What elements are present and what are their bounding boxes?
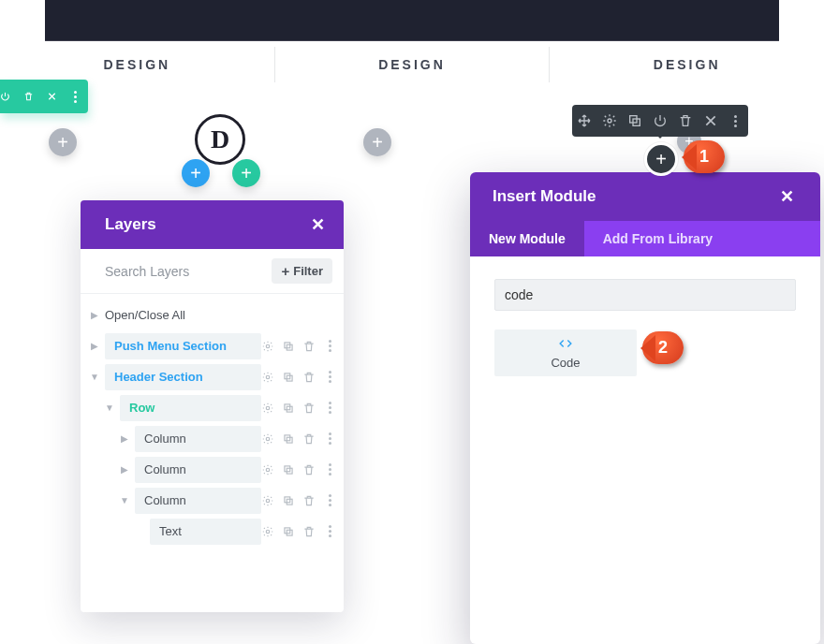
module-tile-label: Code <box>551 356 580 370</box>
close-icon[interactable] <box>703 113 718 128</box>
layer-label: Column <box>144 432 186 446</box>
plus-icon: + <box>655 150 667 168</box>
layer-push-menu-section[interactable]: ▶ Push Menu Section <box>81 330 344 361</box>
annotation-callout-1: 1 <box>684 140 725 173</box>
header-nav-row: DESIGN DESIGN DESIGN <box>0 47 824 82</box>
move-icon[interactable] <box>577 113 592 128</box>
layer-label: Column <box>144 462 186 476</box>
layer-label: Header Section <box>114 370 203 384</box>
chevron-right-icon: ▶ <box>90 341 99 351</box>
gear-icon[interactable] <box>261 494 274 507</box>
duplicate-icon[interactable] <box>627 113 642 128</box>
more-icon[interactable] <box>323 463 336 476</box>
insert-module-body: Code <box>470 256 820 399</box>
more-icon[interactable] <box>728 113 743 128</box>
duplicate-icon[interactable] <box>282 525 295 538</box>
layers-search-row: + Filter <box>81 249 344 294</box>
layer-column[interactable]: ▼ Column <box>81 485 344 516</box>
layer-column[interactable]: ▶ Column <box>81 454 344 485</box>
duplicate-icon[interactable] <box>282 402 295 415</box>
gear-icon[interactable] <box>261 463 274 476</box>
gear-icon[interactable] <box>261 402 274 415</box>
module-tile-code[interactable]: Code <box>494 329 637 376</box>
chevron-down-icon: ▼ <box>120 495 129 505</box>
gear-icon[interactable] <box>261 432 274 446</box>
trash-icon[interactable] <box>302 494 316 507</box>
duplicate-icon[interactable] <box>282 494 295 507</box>
close-icon[interactable] <box>47 89 57 104</box>
nav-item-design-2[interactable]: DESIGN <box>275 47 551 82</box>
filter-label: Filter <box>293 264 323 278</box>
search-layers-input[interactable] <box>105 264 272 279</box>
nav-item-design-1[interactable]: DESIGN <box>0 47 275 82</box>
tab-new-module[interactable]: New Module <box>470 221 584 256</box>
chevron-down-icon: ▼ <box>105 402 114 413</box>
duplicate-icon[interactable] <box>282 371 295 384</box>
duplicate-icon[interactable] <box>282 432 295 446</box>
add-section-button[interactable]: + <box>182 159 210 187</box>
layers-tree: ▶ Open/Close All ▶ Push Menu Section ▼ H… <box>81 294 344 547</box>
trash-icon[interactable] <box>302 463 316 476</box>
plus-icon: + <box>372 133 383 152</box>
gear-icon[interactable] <box>261 525 274 538</box>
insert-module-title: Insert Module <box>493 187 596 206</box>
trash-icon[interactable] <box>302 432 316 446</box>
annotation-callout-2: 2 <box>642 331 684 364</box>
nav-item-design-3[interactable]: DESIGN <box>550 47 824 82</box>
trash-icon[interactable] <box>302 340 316 353</box>
plus-icon: + <box>57 133 68 152</box>
layers-panel-header: Layers ✕ <box>81 200 344 249</box>
layers-panel: Layers ✕ + Filter ▶ Open/Close All ▶ Pus… <box>81 200 344 612</box>
tab-add-from-library[interactable]: Add From Library <box>584 221 731 256</box>
insert-module-header: Insert Module ✕ <box>470 172 820 221</box>
gear-icon[interactable] <box>261 371 274 384</box>
chevron-down-icon: ▼ <box>90 372 99 382</box>
module-toolbar <box>572 105 748 137</box>
trash-icon[interactable] <box>302 371 316 384</box>
more-icon[interactable] <box>70 89 81 104</box>
add-module-button[interactable]: + <box>49 128 77 156</box>
trash-icon[interactable] <box>302 402 316 415</box>
trash-icon[interactable] <box>23 89 34 104</box>
layer-row[interactable]: ▼ Row <box>81 392 344 423</box>
trash-icon[interactable] <box>302 525 316 538</box>
power-icon[interactable] <box>653 113 668 128</box>
duplicate-icon[interactable] <box>282 463 295 476</box>
close-icon[interactable]: ✕ <box>780 186 794 207</box>
duplicate-icon[interactable] <box>282 340 295 353</box>
module-search-input[interactable] <box>505 287 786 302</box>
more-icon[interactable] <box>323 402 336 415</box>
svg-point-18 <box>266 499 270 503</box>
svg-point-3 <box>266 344 270 348</box>
gear-icon[interactable] <box>261 340 274 353</box>
svg-point-0 <box>608 119 611 123</box>
power-icon[interactable] <box>0 89 10 104</box>
more-icon[interactable] <box>323 340 336 353</box>
filter-button[interactable]: + Filter <box>272 258 332 284</box>
layer-label: Column <box>144 493 186 507</box>
more-icon[interactable] <box>323 432 336 446</box>
code-icon <box>556 337 575 354</box>
gear-icon[interactable] <box>602 113 617 128</box>
insert-module-tabs: New Module Add From Library <box>470 221 820 256</box>
svg-point-9 <box>266 406 270 410</box>
more-icon[interactable] <box>323 371 336 384</box>
chevron-right-icon: ▶ <box>90 310 99 320</box>
top-dark-bar <box>45 0 779 41</box>
more-icon[interactable] <box>323 525 336 538</box>
close-icon[interactable]: ✕ <box>311 214 325 235</box>
layer-text-module[interactable]: Text <box>81 516 344 547</box>
add-module-button[interactable]: + <box>363 128 391 156</box>
trash-icon[interactable] <box>678 113 693 128</box>
svg-point-6 <box>266 375 270 379</box>
layer-column[interactable]: ▶ Column <box>81 423 344 454</box>
svg-point-15 <box>266 468 270 472</box>
open-close-all-row[interactable]: ▶ Open/Close All <box>81 300 344 330</box>
module-search-wrap <box>494 279 796 311</box>
add-row-button[interactable]: + <box>232 159 260 187</box>
layer-header-section[interactable]: ▼ Header Section <box>81 361 344 392</box>
divi-logo: D <box>195 114 245 165</box>
svg-point-12 <box>266 437 270 441</box>
open-close-all-label: Open/Close All <box>105 308 185 322</box>
more-icon[interactable] <box>323 494 336 507</box>
